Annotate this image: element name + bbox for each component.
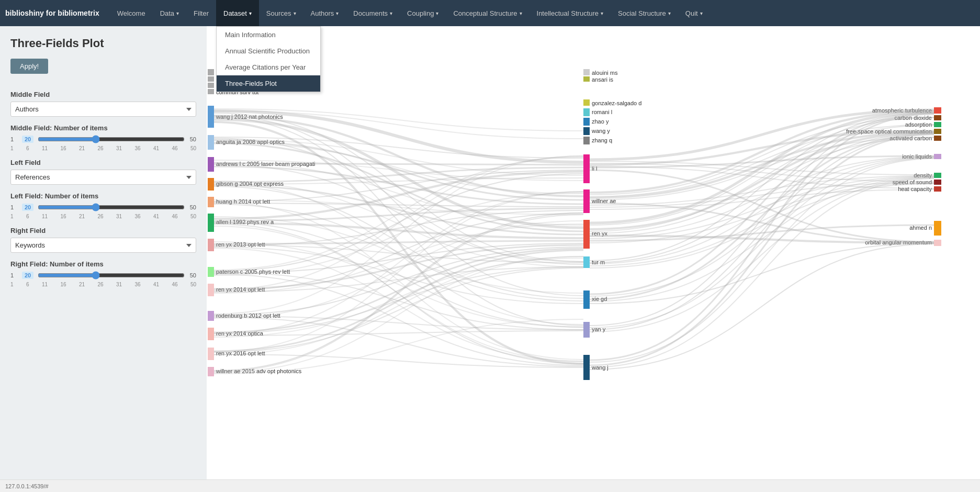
right-node <box>934 186 941 192</box>
sankey-chart: .node-label { font-size: 11px; font-fami… <box>207 26 980 479</box>
middle-node <box>583 99 590 106</box>
right-node <box>934 122 941 127</box>
middle-node <box>583 322 590 338</box>
right-node <box>934 240 941 246</box>
left-field-label: Left Field <box>10 159 196 166</box>
right-node <box>934 107 941 114</box>
middle-count-max: 50 <box>189 136 196 142</box>
nav-data[interactable]: Data ▾ <box>153 0 186 26</box>
left-ticks: 16111621263136414650 <box>10 214 196 219</box>
caret-icon: ▾ <box>176 10 179 16</box>
nav-documents[interactable]: Documents ▾ <box>346 0 400 26</box>
left-node <box>208 367 214 376</box>
left-node <box>208 89 214 94</box>
left-node <box>208 267 214 277</box>
right-ticks: 16111621263136414650 <box>10 282 196 287</box>
left-node <box>208 69 214 75</box>
middle-node <box>583 189 590 213</box>
dropdown-avg-citations[interactable]: Average Citations per Year <box>217 59 320 75</box>
left-node <box>208 348 214 360</box>
nav-dataset[interactable]: Dataset ▾ Main Information Annual Scient… <box>216 0 259 26</box>
flow <box>590 243 934 304</box>
brand-logo: biblioshiny for bibliometrix <box>5 9 99 17</box>
apply-button[interactable]: Apply! <box>10 59 48 74</box>
left-count-label: Left Field: Number of items <box>10 192 196 200</box>
right-count-range-wrapper: 1 20 50 <box>10 271 196 279</box>
left-field-select[interactable]: References Authors Keywords Sources <box>10 170 196 185</box>
nav-social[interactable]: Social Structure ▾ <box>611 0 678 26</box>
nav-conceptual[interactable]: Conceptual Structure ▾ <box>446 0 529 26</box>
nav-authors[interactable]: Authors ▾ <box>303 0 346 26</box>
middle-count-label: Middle Field: Number of items <box>10 124 196 132</box>
middle-node <box>583 108 590 116</box>
left-count-val: 20 <box>22 204 33 211</box>
dropdown-annual-prod[interactable]: Annual Scientific Production <box>217 43 320 59</box>
middle-label: zhao y <box>592 118 609 125</box>
middle-node <box>583 355 590 380</box>
middle-count-val: 20 <box>22 136 33 143</box>
nav-filter[interactable]: Filter <box>186 0 216 26</box>
flow <box>590 135 934 365</box>
page-title: Three-Fields Plot <box>10 37 196 50</box>
left-node <box>208 239 214 251</box>
left-node <box>208 83 214 88</box>
nav-welcome[interactable]: Welcome <box>110 0 153 26</box>
middle-count-slider[interactable] <box>38 135 185 143</box>
middle-label: ansari is <box>592 76 613 83</box>
middle-label: gonzalez-salgado d <box>592 100 641 106</box>
right-node <box>934 180 941 185</box>
left-node <box>208 76 214 82</box>
middle-label: alouini ms <box>592 70 618 76</box>
middle-node <box>583 256 590 268</box>
caret-icon: ▾ <box>436 10 438 16</box>
middle-label: romani l <box>592 109 612 115</box>
left-node <box>208 178 214 191</box>
nav-quit[interactable]: Quit ▾ <box>678 0 710 26</box>
status-bar: 127.0.0.1:4539/# <box>0 479 980 492</box>
nav-menu: Welcome Data ▾ Filter Dataset ▾ Main Inf… <box>110 0 710 26</box>
right-node <box>934 173 941 178</box>
left-count-slider[interactable] <box>38 203 185 211</box>
sidebar: Three-Fields Plot Apply! Middle Field Au… <box>0 26 207 479</box>
right-count-min: 1 <box>10 272 18 278</box>
right-count-slider[interactable] <box>38 271 185 279</box>
dropdown-three-fields[interactable]: Three-Fields Plot <box>217 75 320 92</box>
middle-node <box>583 76 590 82</box>
navbar: biblioshiny for bibliometrix Welcome Dat… <box>0 0 980 26</box>
right-node <box>934 221 941 236</box>
middle-ticks: 16111621263136414650 <box>10 146 196 151</box>
right-node <box>934 136 941 141</box>
middle-node <box>583 118 590 126</box>
left-node <box>208 135 214 150</box>
right-count-val: 20 <box>22 272 33 279</box>
left-count-range-wrapper: 1 20 50 <box>10 203 196 211</box>
caret-icon: ▾ <box>668 10 671 16</box>
caret-icon: ▾ <box>520 10 522 16</box>
caret-icon: ▾ <box>294 10 296 16</box>
left-count-max: 50 <box>189 204 196 210</box>
nav-sources[interactable]: Sources ▾ <box>259 0 303 26</box>
right-count-label: Right Field: Number of items <box>10 260 196 268</box>
right-field-select[interactable]: Keywords Authors References Sources <box>10 238 196 253</box>
dataset-dropdown: Main Information Annual Scientific Produ… <box>216 26 321 92</box>
flow <box>214 247 583 304</box>
nav-coupling[interactable]: Coupling ▾ <box>400 0 446 26</box>
nav-intellectual[interactable]: Intellectual Structure ▾ <box>530 0 611 26</box>
main-content: Three-Fields Plot Apply! Middle Field Au… <box>0 26 980 479</box>
right-node <box>934 115 941 120</box>
caret-icon: ▾ <box>336 10 339 16</box>
left-node <box>208 197 214 207</box>
middle-label: zhang q <box>592 137 612 143</box>
middle-node <box>583 127 590 135</box>
middle-node <box>583 137 590 144</box>
visualization-area: .node-label { font-size: 11px; font-fami… <box>207 26 980 479</box>
right-node <box>934 129 941 134</box>
middle-node <box>583 154 590 183</box>
middle-label: wang y <box>591 128 610 134</box>
caret-icon: ▾ <box>249 10 252 16</box>
right-count-max: 50 <box>189 272 196 278</box>
caret-icon: ▾ <box>700 10 703 16</box>
dropdown-main-info[interactable]: Main Information <box>217 27 320 43</box>
middle-field-select[interactable]: Authors Keywords References Sources <box>10 102 196 117</box>
middle-node <box>583 290 590 309</box>
